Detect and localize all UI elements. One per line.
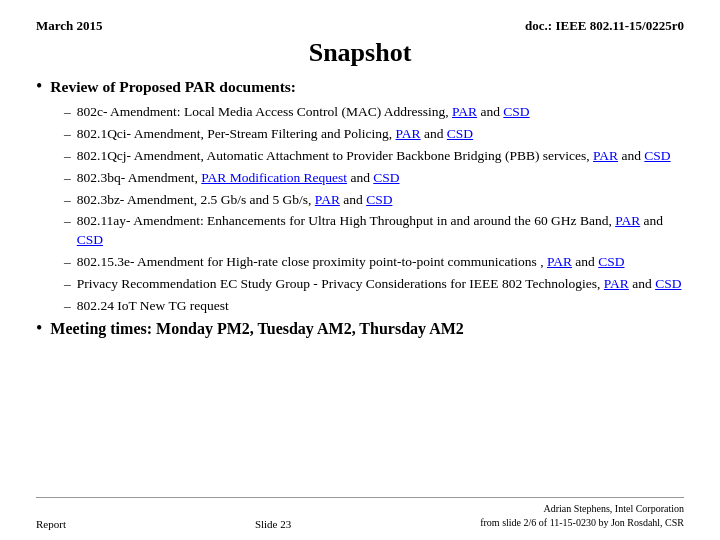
item-text: Privacy Recommendation EC Study Group - … bbox=[77, 275, 684, 294]
bullet-icon: • bbox=[36, 318, 42, 339]
par-link[interactable]: PAR bbox=[547, 254, 572, 269]
list-item: – 802.1Qcj- Amendment, Automatic Attachm… bbox=[64, 147, 684, 166]
item-text: 802.1Qci- Amendment, Per-Stream Filterin… bbox=[77, 125, 684, 144]
dash-icon: – bbox=[64, 297, 71, 316]
par-mod-link[interactable]: PAR Modification Request bbox=[201, 170, 347, 185]
list-item: – 802.11ay- Amendment: Enhancements for … bbox=[64, 212, 684, 250]
page: March 2015 doc.: IEEE 802.11-15/0225r0 S… bbox=[0, 0, 720, 540]
list-item: – 802c- Amendment: Local Media Access Co… bbox=[64, 103, 684, 122]
footer-left: Report bbox=[36, 518, 66, 530]
footer-center: Slide 23 bbox=[255, 518, 291, 530]
par-link[interactable]: PAR bbox=[396, 126, 421, 141]
csd-link[interactable]: CSD bbox=[598, 254, 624, 269]
section1-label: Review of Proposed PAR documents: bbox=[50, 78, 296, 96]
dash-icon: – bbox=[64, 125, 71, 144]
par-link[interactable]: PAR bbox=[615, 213, 640, 228]
csd-link[interactable]: CSD bbox=[447, 126, 473, 141]
par-link[interactable]: PAR bbox=[315, 192, 340, 207]
header: March 2015 doc.: IEEE 802.11-15/0225r0 bbox=[36, 18, 684, 34]
header-left: March 2015 bbox=[36, 18, 103, 34]
header-right: doc.: IEEE 802.11-15/0225r0 bbox=[525, 18, 684, 34]
footer-right-line1: Adrian Stephens, Intel Corporation bbox=[543, 503, 684, 514]
footer: Report Slide 23 Adrian Stephens, Intel C… bbox=[36, 497, 684, 530]
csd-link[interactable]: CSD bbox=[503, 104, 529, 119]
item-text: 802.15.3e- Amendment for High-rate close… bbox=[77, 253, 684, 272]
dash-icon: – bbox=[64, 103, 71, 122]
list-item: – 802.3bz- Amendment, 2.5 Gb/s and 5 Gb/… bbox=[64, 191, 684, 210]
item-text: 802.3bz- Amendment, 2.5 Gb/s and 5 Gb/s,… bbox=[77, 191, 684, 210]
item-text: 802c- Amendment: Local Media Access Cont… bbox=[77, 103, 684, 122]
item-text: 802.1Qcj- Amendment, Automatic Attachmen… bbox=[77, 147, 684, 166]
footer-right-line2: from slide 2/6 of 11-15-0230 by Jon Rosd… bbox=[480, 517, 684, 528]
sub-items-list: – 802c- Amendment: Local Media Access Co… bbox=[64, 103, 684, 316]
bullet-icon: • bbox=[36, 76, 42, 97]
dash-icon: – bbox=[64, 212, 71, 231]
item-text: 802.3bq- Amendment, PAR Modification Req… bbox=[77, 169, 684, 188]
csd-link[interactable]: CSD bbox=[366, 192, 392, 207]
item-text: 802.11ay- Amendment: Enhancements for Ul… bbox=[77, 212, 684, 250]
list-item: – 802.15.3e- Amendment for High-rate clo… bbox=[64, 253, 684, 272]
item-text: 802.24 IoT New TG request bbox=[77, 297, 684, 316]
dash-icon: – bbox=[64, 147, 71, 166]
csd-link[interactable]: CSD bbox=[373, 170, 399, 185]
csd-link[interactable]: CSD bbox=[655, 276, 681, 291]
par-link[interactable]: PAR bbox=[452, 104, 477, 119]
dash-icon: – bbox=[64, 253, 71, 272]
list-item: – 802.1Qci- Amendment, Per-Stream Filter… bbox=[64, 125, 684, 144]
dash-icon: – bbox=[64, 275, 71, 294]
csd-link[interactable]: CSD bbox=[644, 148, 670, 163]
main-content: • Review of Proposed PAR documents: – 80… bbox=[36, 78, 684, 493]
list-item: – Privacy Recommendation EC Study Group … bbox=[64, 275, 684, 294]
dash-icon: – bbox=[64, 191, 71, 210]
list-item: – 802.24 IoT New TG request bbox=[64, 297, 684, 316]
csd-link[interactable]: CSD bbox=[77, 232, 103, 247]
section2-label: Meeting times: Monday PM2, Tuesday AM2, … bbox=[50, 320, 464, 338]
par-link[interactable]: PAR bbox=[593, 148, 618, 163]
page-title: Snapshot bbox=[36, 38, 684, 68]
list-item: – 802.3bq- Amendment, PAR Modification R… bbox=[64, 169, 684, 188]
footer-right: Adrian Stephens, Intel Corporation from … bbox=[480, 502, 684, 530]
dash-icon: – bbox=[64, 169, 71, 188]
par-link[interactable]: PAR bbox=[604, 276, 629, 291]
section2-bullet: • Meeting times: Monday PM2, Tuesday AM2… bbox=[36, 320, 684, 339]
section1-bullet: • Review of Proposed PAR documents: bbox=[36, 78, 684, 97]
